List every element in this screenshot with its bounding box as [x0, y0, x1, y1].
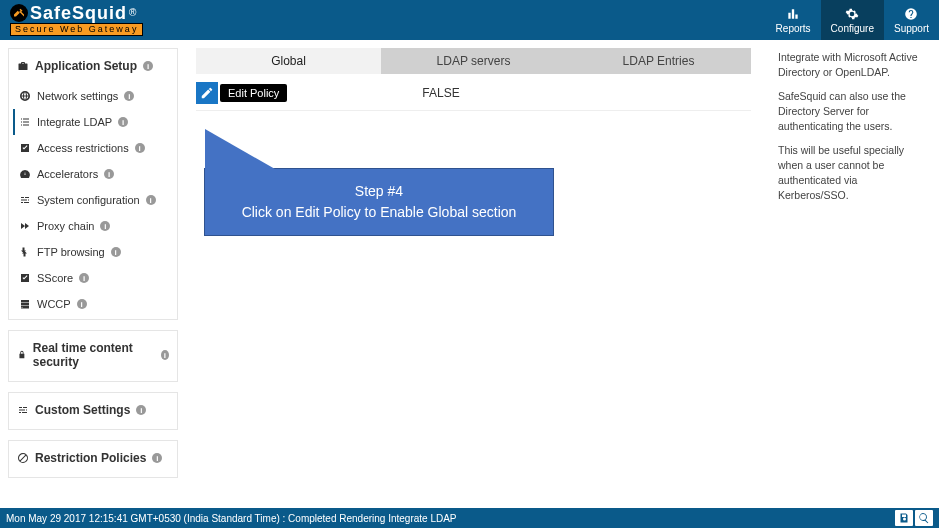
ban-icon — [17, 452, 29, 464]
main: Application Setup i Network settings i I… — [0, 40, 939, 508]
center: Global LDAP servers LDAP Entries Edit Po… — [186, 40, 774, 508]
sliders-icon — [17, 404, 29, 416]
info-icon: i — [146, 195, 156, 205]
nav-support-label: Support — [894, 23, 929, 34]
logo-tagline: Secure Web Gateway — [10, 23, 143, 36]
status-text: Mon May 29 2017 12:15:41 GMT+0530 (India… — [6, 513, 457, 524]
sidebar-header-restriction[interactable]: Restriction Policies i — [17, 451, 169, 475]
info-icon: i — [143, 61, 153, 71]
sidebar-section-realtime: Real time content security i — [8, 330, 178, 382]
sidebar-header-label: Application Setup — [35, 59, 137, 73]
sidebar-item-ldap[interactable]: Integrate LDAP i — [13, 109, 169, 135]
nav-configure[interactable]: Configure — [821, 0, 884, 40]
info-icon: i — [77, 299, 87, 309]
tab-ldap-entries[interactable]: LDAP Entries — [566, 48, 751, 74]
sidebar-item-label: WCCP — [37, 298, 71, 310]
help-text-3: This will be useful specially when a use… — [778, 143, 929, 202]
tabs: Global LDAP servers LDAP Entries — [196, 48, 751, 74]
forward-icon — [19, 220, 31, 232]
callout-title: Step #4 — [215, 181, 543, 202]
edit-policy-tooltip: Edit Policy — [220, 84, 287, 102]
sidebar-item-network[interactable]: Network settings i — [17, 83, 169, 109]
sidebar-item-sysconfig[interactable]: System configuration i — [17, 187, 169, 213]
search-button[interactable] — [915, 510, 933, 526]
edit-btn-wrap: Edit Policy — [196, 82, 287, 104]
sidebar-header-custom[interactable]: Custom Settings i — [17, 403, 169, 427]
sidebar-item-label: Accelerators — [37, 168, 98, 180]
sliders-icon — [19, 194, 31, 206]
sidebar-item-accel[interactable]: Accelerators i — [17, 161, 169, 187]
sidebar-header-realtime[interactable]: Real time content security i — [17, 341, 169, 379]
logo: SafeSquid ® Secure Web Gateway — [10, 4, 143, 36]
info-icon: i — [111, 247, 121, 257]
sidebar-item-ftp[interactable]: FTP browsing i — [17, 239, 169, 265]
save-button[interactable] — [895, 510, 913, 526]
sidebar-item-label: Proxy chain — [37, 220, 94, 232]
sidebar-section-custom: Custom Settings i — [8, 392, 178, 430]
policy-row: Edit Policy FALSE — [196, 82, 751, 111]
sidebar: Application Setup i Network settings i I… — [0, 40, 186, 508]
sidebar-item-label: Integrate LDAP — [37, 116, 112, 128]
sidebar-section-restriction: Restriction Policies i — [8, 440, 178, 478]
sidebar-item-label: SScore — [37, 272, 73, 284]
content-wrap: Global LDAP servers LDAP Entries Edit Po… — [186, 40, 939, 508]
sidebar-item-access[interactable]: Access restrictions i — [17, 135, 169, 161]
edit-policy-button[interactable] — [196, 82, 218, 104]
logo-icon — [10, 4, 28, 22]
logo-reg: ® — [129, 8, 136, 18]
server-icon — [19, 298, 31, 310]
help-pane: Integrate with Microsoft Active Director… — [774, 40, 939, 508]
globe-icon — [19, 90, 31, 102]
briefcase-icon — [17, 60, 29, 72]
sidebar-item-proxy[interactable]: Proxy chain i — [17, 213, 169, 239]
tab-global[interactable]: Global — [196, 48, 381, 74]
info-icon: i — [118, 117, 128, 127]
sidebar-header-label: Custom Settings — [35, 403, 130, 417]
topbar: SafeSquid ® Secure Web Gateway Reports C… — [0, 0, 939, 40]
transfer-icon — [19, 246, 31, 258]
status-buttons — [895, 510, 933, 526]
info-icon: i — [79, 273, 89, 283]
list-icon — [19, 116, 31, 128]
search-icon — [918, 512, 930, 524]
lock-icon — [17, 349, 27, 361]
info-icon: i — [152, 453, 162, 463]
sidebar-section-app-setup: Application Setup i Network settings i I… — [8, 48, 178, 320]
sidebar-header-label: Restriction Policies — [35, 451, 146, 465]
help-text-1: Integrate with Microsoft Active Director… — [778, 50, 929, 79]
save-icon — [898, 512, 910, 524]
info-icon: i — [100, 221, 110, 231]
sidebar-item-label: System configuration — [37, 194, 140, 206]
help-text-2: SafeSquid can also use the Directory Ser… — [778, 89, 929, 133]
configure-icon — [845, 7, 859, 21]
nav-support[interactable]: Support — [884, 0, 939, 40]
info-icon: i — [136, 405, 146, 415]
nav-reports-label: Reports — [776, 23, 811, 34]
nav-configure-label: Configure — [831, 23, 874, 34]
logo-text: SafeSquid — [30, 4, 127, 22]
step-callout: Step #4 Click on Edit Policy to Enable G… — [204, 168, 554, 236]
info-icon: i — [135, 143, 145, 153]
sidebar-item-label: Network settings — [37, 90, 118, 102]
callout-body: Click on Edit Policy to Enable Global se… — [215, 202, 543, 223]
sidebar-item-wccp[interactable]: WCCP i — [17, 291, 169, 317]
topnav: Reports Configure Support — [766, 0, 939, 40]
sidebar-item-sscore[interactable]: SScore i — [17, 265, 169, 291]
info-icon: i — [161, 350, 169, 360]
check-icon — [19, 272, 31, 284]
nav-reports[interactable]: Reports — [766, 0, 821, 40]
gauge-icon — [19, 168, 31, 180]
info-icon: i — [124, 91, 134, 101]
sidebar-item-label: FTP browsing — [37, 246, 105, 258]
info-icon: i — [104, 169, 114, 179]
support-icon — [904, 7, 918, 21]
sidebar-item-label: Access restrictions — [37, 142, 129, 154]
sidebar-header-app-setup[interactable]: Application Setup i — [17, 59, 169, 83]
sidebar-header-label: Real time content security — [33, 341, 155, 369]
policy-value: FALSE — [422, 86, 459, 100]
tab-ldap-servers[interactable]: LDAP servers — [381, 48, 566, 74]
statusbar: Mon May 29 2017 12:15:41 GMT+0530 (India… — [0, 508, 939, 528]
reports-icon — [786, 7, 800, 21]
pencil-icon — [200, 86, 214, 100]
check-icon — [19, 142, 31, 154]
